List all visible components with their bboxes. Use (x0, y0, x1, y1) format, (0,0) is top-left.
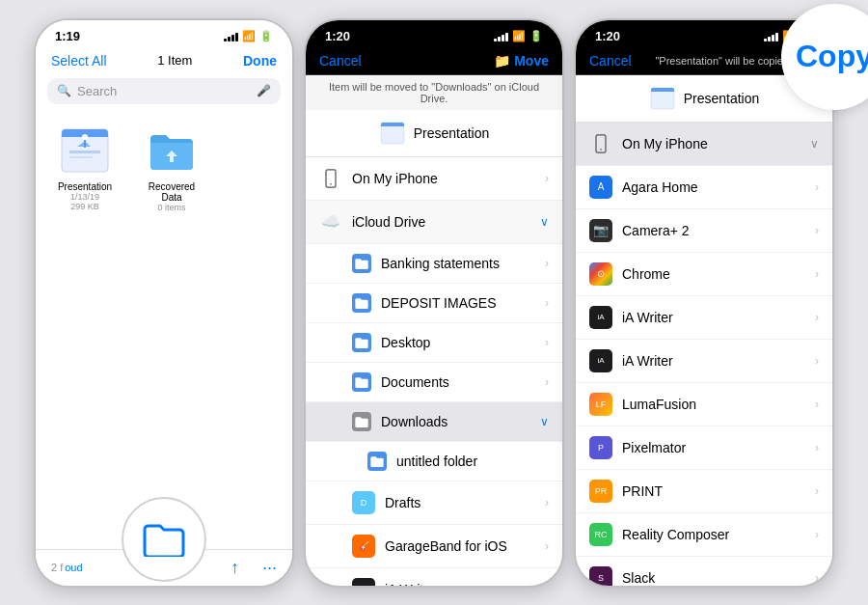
iawriter-3b-label: iA Writer (622, 353, 805, 369)
file-name-presentation: Presentation (58, 181, 112, 192)
pixelmator-label: Pixelmator (622, 440, 805, 455)
loc-garageband[interactable]: 🎸 GarageBand for iOS › (306, 525, 562, 568)
folder-icon-large (143, 522, 185, 557)
desktop-label: Desktop (381, 335, 535, 350)
agara-icon: A (589, 176, 612, 199)
iphone-section-3[interactable]: On My iPhone ∨ (576, 123, 832, 166)
loc-reality-3[interactable]: RC Reality Composer › (576, 513, 832, 557)
screen3-phone: 1:20 📶 🔋 Cancel "Presentation" will be c… (574, 18, 834, 588)
loc-iawriter-2a[interactable]: iA iA Writer › (306, 568, 562, 586)
loc-desktop[interactable]: Desktop › (306, 323, 562, 363)
file-meta-recovered: 0 items (157, 203, 185, 212)
banking-label: Banking statements (381, 256, 535, 271)
loc-deposit[interactable]: DEPOSIT IMAGES › (306, 284, 562, 323)
status-icons-2: 📶 🔋 (494, 30, 543, 42)
icloud-icon: ☁️ (319, 210, 342, 234)
done-button[interactable]: Done (243, 53, 277, 69)
loc-slack-3[interactable]: S Slack › (576, 557, 832, 586)
chevron-garageband: › (545, 539, 549, 553)
info-bar-2: Item will be moved to "Downloads" on iCl… (306, 75, 562, 110)
location-iphone[interactable]: On My iPhone › (306, 157, 562, 201)
screen1-phone: 1:19 📶 🔋 Select All 1 Item Done 🔍 Search (34, 18, 294, 588)
preview-presentation-icon-3 (649, 85, 676, 112)
loc-documents[interactable]: Documents › (306, 363, 562, 402)
search-input[interactable]: Search (77, 84, 251, 98)
recovered-folder-icon (145, 124, 199, 178)
move-button[interactable]: 📁 Move (494, 53, 549, 69)
reality-label: Reality Composer (622, 527, 805, 542)
time-2: 1:20 (325, 29, 350, 43)
loc-camera-3[interactable]: 📷 Camera+ 2 › (576, 209, 832, 253)
search-bar[interactable]: 🔍 Search 🎤 (47, 78, 281, 104)
slack-label: Slack (622, 570, 805, 586)
chevron-iawriter-3b: › (815, 354, 819, 368)
time-3: 1:20 (595, 29, 620, 43)
print-label: PRINT (622, 483, 805, 499)
status-icons-1: 📶 🔋 (224, 30, 273, 42)
iawriter-icon-2a: iA (352, 578, 375, 586)
presentation-icon (58, 124, 112, 178)
chrome-icon: ⊙ (589, 262, 612, 286)
print-icon: PR (589, 480, 612, 503)
svg-rect-9 (381, 124, 404, 126)
chevron-iawriter: › (545, 583, 549, 586)
svg-point-11 (330, 183, 332, 185)
loc-print-3[interactable]: PR PRINT › (576, 470, 832, 513)
loc-iawriter-3b[interactable]: iA iA Writer › (576, 340, 832, 383)
status-bar-2: 1:20 📶 🔋 (306, 20, 562, 47)
icloud-label: iCloud Drive (352, 214, 530, 230)
svg-rect-6 (69, 156, 93, 158)
chevron-deposit: › (545, 296, 549, 310)
file-item-recovered[interactable]: Recovered Data 0 items (138, 124, 205, 212)
documents-label: Documents (381, 374, 535, 390)
reality-icon: RC (589, 523, 612, 546)
icloud-section-header[interactable]: ☁️ iCloud Drive ∨ (306, 201, 562, 244)
loc-downloads[interactable]: Downloads ∨ (306, 402, 562, 442)
loc-lumafusion-3[interactable]: LF LumaFusion › (576, 383, 832, 426)
item-count: 1 Item (157, 53, 192, 68)
chevron-luma: › (815, 398, 819, 411)
file-meta-presentation: 1/13/19299 KB (70, 192, 99, 211)
chrome-label: Chrome (622, 266, 805, 282)
file-preview-2: Presentation (306, 110, 562, 157)
camera-icon: 📷 (589, 219, 612, 242)
loc-banking[interactable]: Banking statements › (306, 244, 562, 284)
screen1-navbar: Select All 1 Item Done (36, 47, 292, 74)
loc-pixelmator-3[interactable]: P Pixelmator › (576, 426, 832, 470)
time-1: 1:19 (55, 29, 80, 43)
share-icon[interactable]: ↑ (231, 558, 239, 578)
luma-icon: LF (589, 393, 612, 416)
file-item-presentation[interactable]: Presentation 1/13/19299 KB (51, 124, 119, 212)
loc-agara-3[interactable]: A Agara Home › (576, 166, 832, 209)
iphone-section-label: On My iPhone (622, 136, 800, 151)
folder-icon-untitled (367, 452, 387, 471)
chevron-chrome: › (815, 267, 819, 281)
signal-icon-3 (764, 31, 778, 41)
chevron-desktop: › (545, 336, 549, 349)
cancel-button-2[interactable]: Cancel (319, 53, 362, 69)
battery-icon-2: 🔋 (529, 30, 543, 42)
more-icon[interactable]: ··· (262, 558, 277, 578)
garageband-icon: 🎸 (352, 535, 375, 558)
garageband-label: GarageBand for iOS (385, 538, 535, 554)
bottom-icloud: oud (65, 562, 82, 573)
chevron-slack: › (815, 571, 819, 585)
loc-drafts[interactable]: D Drafts › (306, 481, 562, 525)
loc-chrome-3[interactable]: ⊙ Chrome › (576, 253, 832, 296)
battery-icon: 🔋 (259, 30, 273, 42)
cancel-button-3[interactable]: Cancel (589, 53, 632, 69)
location-list-3: On My iPhone ∨ A Agara Home › 📷 Camera+ … (576, 123, 832, 586)
folder-tab-icon[interactable] (122, 497, 206, 582)
iawriter-icon-3b: iA (589, 349, 612, 372)
select-all-button[interactable]: Select All (51, 53, 107, 69)
iphone-expand: ∨ (810, 137, 819, 151)
file-name-recovered: Recovered Data (138, 181, 205, 203)
loc-untitled[interactable]: untitled folder (306, 442, 562, 481)
location-list-2: On My iPhone › ☁️ iCloud Drive ∨ Banking… (306, 157, 562, 586)
svg-rect-14 (651, 90, 674, 92)
deposit-label: DEPOSIT IMAGES (381, 295, 535, 311)
preview-presentation-icon (379, 120, 406, 147)
downloads-label: Downloads (381, 414, 530, 429)
loc-iawriter-3a[interactable]: iA iA Writer › (576, 296, 832, 340)
folder-icon-banking (352, 254, 371, 273)
